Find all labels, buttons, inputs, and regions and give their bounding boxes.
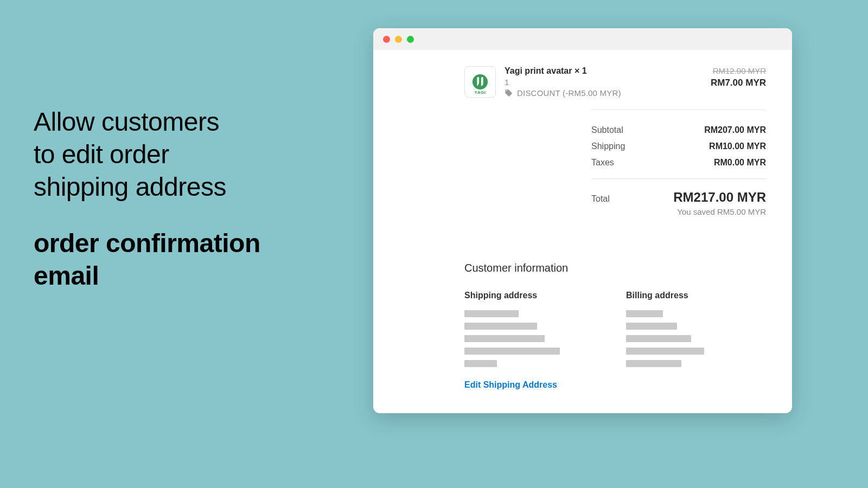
- edit-shipping-address-link[interactable]: Edit Shipping Address: [464, 380, 604, 390]
- headline-line: Allow customers: [34, 107, 219, 136]
- total-label: Total: [591, 194, 610, 204]
- subtotal-label: Subtotal: [591, 125, 623, 135]
- thumbnail-label: YAGI: [475, 90, 486, 95]
- subtotal-value: RM207.00 MYR: [704, 125, 766, 135]
- total-value: RM217.00 MYR: [673, 190, 766, 205]
- maximize-icon[interactable]: [407, 36, 414, 43]
- promo-headline: Allow customers to edit order shipping a…: [34, 106, 260, 292]
- headline-bold-line: email: [34, 261, 99, 290]
- address-placeholder-line: [626, 323, 677, 330]
- headline-line: to edit order: [34, 140, 169, 169]
- price-discounted: RM7.00 MYR: [711, 78, 766, 88]
- price-original: RM12.00 MYR: [711, 66, 766, 75]
- address-placeholder-line: [464, 360, 497, 367]
- shipping-value: RM10.00 MYR: [709, 142, 766, 151]
- svg-point-0: [473, 74, 488, 89]
- customer-info-heading: Customer information: [464, 262, 766, 274]
- billing-address-title: Billing address: [626, 291, 766, 300]
- savings-text: You saved RM5.00 MYR: [591, 207, 766, 229]
- address-placeholder-line: [626, 310, 663, 317]
- minimize-icon[interactable]: [395, 36, 402, 43]
- billing-address-block: Billing address: [626, 291, 766, 390]
- taxes-label: Taxes: [591, 158, 614, 168]
- taxes-value: RM0.00 MYR: [714, 158, 766, 168]
- subtotal-row: Subtotal RM207.00 MYR: [591, 122, 766, 138]
- yagi-logo-icon: [472, 74, 488, 90]
- address-placeholder-line: [464, 348, 560, 355]
- shipping-label: Shipping: [591, 142, 625, 151]
- shipping-address-title: Shipping address: [464, 291, 604, 300]
- address-placeholder-line: [626, 360, 681, 367]
- address-placeholder-line: [464, 310, 519, 317]
- taxes-row: Taxes RM0.00 MYR: [591, 155, 766, 171]
- close-icon[interactable]: [383, 36, 390, 43]
- address-placeholder-line: [464, 323, 537, 330]
- total-row: Total RM217.00 MYR: [591, 179, 766, 207]
- address-placeholder-line: [626, 348, 704, 355]
- order-line-item: YAGI Yagi print avatar × 1 1 DISCOUNT (-…: [373, 50, 792, 110]
- item-quantity: 1: [505, 78, 711, 87]
- discount-text: DISCOUNT (-RM5.00 MYR): [517, 88, 621, 98]
- tag-icon: [505, 89, 513, 97]
- address-placeholder-line: [464, 335, 545, 342]
- email-window: YAGI Yagi print avatar × 1 1 DISCOUNT (-…: [373, 28, 792, 413]
- shipping-row: Shipping RM10.00 MYR: [591, 138, 766, 155]
- headline-bold-line: order confirmation: [34, 229, 260, 258]
- headline-line: shipping address: [34, 172, 226, 201]
- item-title: Yagi print avatar × 1: [505, 66, 711, 76]
- address-placeholder-line: [626, 335, 691, 342]
- window-titlebar: [373, 28, 792, 50]
- product-thumbnail: YAGI: [464, 66, 496, 98]
- shipping-address-block: Shipping address Edit Shipping Address: [464, 291, 604, 390]
